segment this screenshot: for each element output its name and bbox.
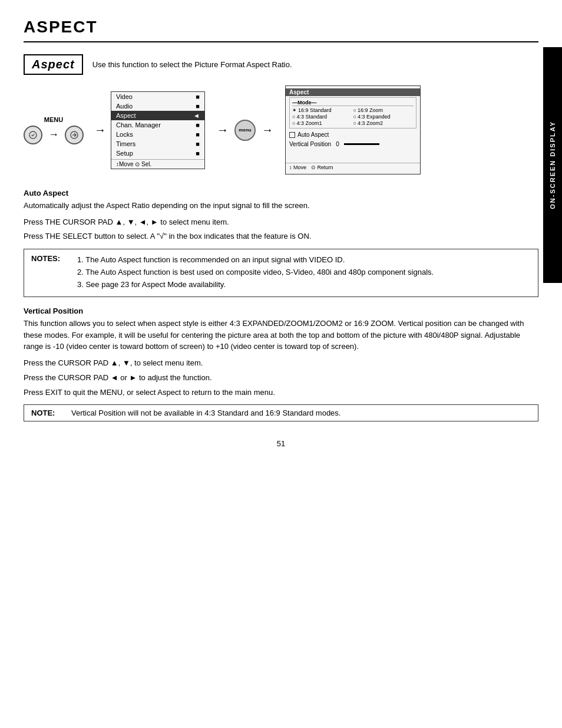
page-number: 51 [24,439,538,448]
osd-menu-footer: ↕Move ⊙ Sel. [111,159,204,169]
note-text: Vertical Position will not be available … [71,409,340,417]
vert-pos-title: Vertical Position [24,307,538,315]
auto-aspect-desc: Automatically adjust the Aspect Ratio de… [24,200,538,212]
menu-label: MENU [44,116,63,123]
aspect-menu-title: Aspect [286,88,420,96]
diagram-area: MENU → → Video■ Audio■ Aspect◄ [24,85,538,174]
osd-menu-box: Video■ Audio■ Aspect◄ Chan. Manager■ Loc… [111,91,205,169]
mode-4-3-std: ○4:3 Standard [292,114,353,120]
mode-16-9-zoom: ○16:9 Zoom [353,107,414,113]
sidebar-label: ON-SCREEN DISPLAY [549,121,556,209]
notes-row: NOTES: 1. The Auto Aspect function is re… [31,254,531,291]
page-title: ASPECT [24,18,538,42]
vert-pos-value: 0 [336,141,339,147]
mode-4-3-expanded: ○4:3 Expanded [353,114,414,120]
press-line-2: Press THE SELECT button to select. A "√"… [24,230,538,243]
mid-select-icon: menu [234,120,256,141]
vert-pos-desc: This function allows you to select when … [24,318,538,353]
vert-pos-label: Vertical Position [289,141,331,147]
aspect-mode-grid: ✶16:9 Standard ○16:9 Zoom ○4:3 Standard … [292,107,414,126]
footer-return: ⊙ Return [311,164,333,170]
note-label: NOTE: [31,409,67,417]
auto-aspect-label: Auto Aspect [297,131,329,138]
mode-4-3-zoom1: ○4:3 Zoom1 [292,120,353,126]
mode-4-3-zoom2: ○4:3 Zoom2 [353,120,414,126]
aspect-label-box: Aspect [24,54,83,75]
menu-section: MENU → [24,116,84,144]
osd-item-timers: Timers■ [111,139,204,149]
arrow-icon-1: → [48,129,59,141]
vert-press-2: Press the CURSOR PAD ◄ or ► to adjust th… [24,372,538,384]
note-item-1: 1. The Auto Aspect function is recommend… [77,254,434,266]
notes-label: NOTES: [31,254,72,291]
osd-item-locks: Locks■ [111,130,204,139]
aspect-menu-footer: ↕ Move ⊙ Return [286,163,420,172]
vert-slider [344,143,379,145]
osd-item-audio: Audio■ [111,101,204,111]
vert-press-3: Press EXIT to quit the MENU, or select A… [24,387,538,399]
note-box: NOTE: Vertical Position will not be avai… [24,404,538,421]
notes-box: NOTES: 1. The Auto Aspect function is re… [24,249,538,297]
footer-move: ↕ Move [289,164,306,170]
arrow-icon-2: → [94,123,106,137]
notes-items: 1. The Auto Aspect function is recommend… [77,254,434,291]
aspect-auto-row: Auto Aspect [286,130,420,140]
aspect-vert-row: Vertical Position 0 [286,140,420,149]
mid-arrow-section: → menu → [214,120,276,141]
osd-item-video: Video■ [111,92,204,101]
note-item-2: 2. The Auto Aspect function is best used… [77,266,434,279]
aspect-mode-label: —Mode— [292,100,414,106]
arrow-icon-3: → [217,123,229,137]
nav-circle-icon [65,126,84,144]
aspect-menu-box: Aspect —Mode— ✶16:9 Standard ○16:9 Zoom … [285,85,421,174]
note-item-3: 3. See page 23 for Aspect Mode availabil… [77,279,434,291]
aspect-mode-section: —Mode— ✶16:9 Standard ○16:9 Zoom ○4:3 St… [289,97,416,129]
osd-item-chan-manager: Chan. Manager■ [111,120,204,130]
aspect-description: Use this function to select the Picture … [92,60,292,69]
auto-aspect-checkbox [289,132,295,138]
aspect-label-row: Aspect Use this function to select the P… [24,54,538,75]
auto-aspect-title: Auto Aspect [24,189,538,197]
osd-item-aspect: Aspect◄ [111,111,204,120]
mode-16-9-std: ✶16:9 Standard [292,107,353,113]
press-line-1: Press THE CURSOR PAD ▲, ▼, ◄, ► to selec… [24,216,538,229]
vert-press-1: Press the CURSOR PAD ▲, ▼, to select men… [24,357,538,370]
osd-item-setup: Setup■ [111,149,204,158]
arrow-icon-4: → [262,123,273,137]
right-sidebar: ON-SCREEN DISPLAY [543,47,562,283]
menu-icon-row: → [24,126,84,144]
menu-circle-icon [24,126,42,144]
